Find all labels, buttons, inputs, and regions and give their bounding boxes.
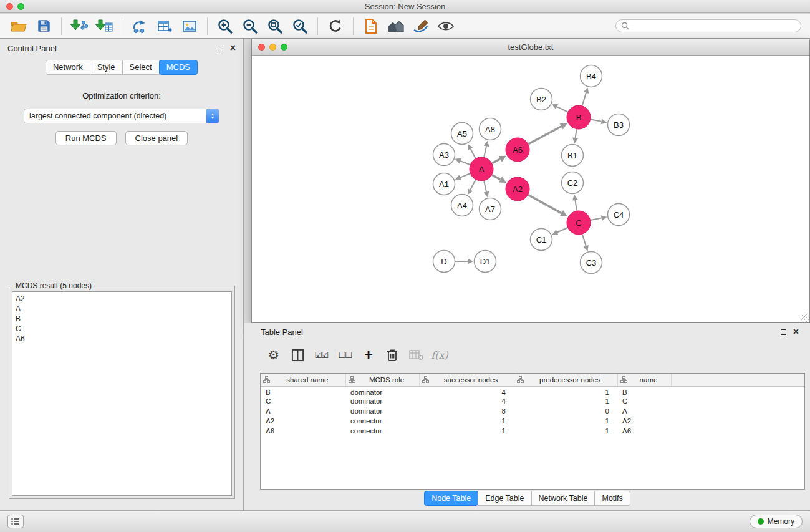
column-header-shared-name[interactable]: shared name	[261, 374, 345, 386]
column-header-mcds-role[interactable]: MCDS role	[345, 374, 419, 386]
zoom-selected-button[interactable]	[289, 16, 311, 36]
search-input[interactable]	[632, 22, 796, 31]
edge-C-C1[interactable]	[552, 228, 567, 235]
criterion-dropdown[interactable]: largest connected component (directed) ▲…	[24, 109, 219, 123]
float-panel-icon[interactable]	[781, 329, 786, 335]
edge-A-A6[interactable]	[492, 156, 506, 163]
node-C[interactable]: C	[567, 211, 591, 235]
tab-mcds[interactable]: MCDS	[159, 60, 198, 75]
network-window-titlebar[interactable]: testGlobe.txt	[252, 39, 809, 56]
export-image-button[interactable]	[178, 16, 201, 36]
zoom-fit-button[interactable]	[264, 16, 286, 36]
node-A8[interactable]: A8	[480, 118, 501, 140]
edge-A-A3[interactable]	[455, 158, 470, 165]
network-canvas[interactable]: B4B2BB3A5A8A6A3B1AA1C2A2A4A7C4CC1DD1C3	[252, 56, 809, 322]
edge-C-C2[interactable]	[572, 195, 578, 211]
zoom-out-button[interactable]	[239, 16, 261, 36]
column-header-successor-nodes[interactable]: successor nodes	[419, 374, 514, 386]
select-all-button[interactable]: ☑☑	[312, 346, 330, 364]
memory-button[interactable]: Memory	[750, 515, 803, 528]
run-mcds-button[interactable]: Run MCDS	[55, 131, 117, 145]
edge-D-D1[interactable]	[455, 259, 473, 264]
node-B3[interactable]: B3	[608, 114, 630, 136]
close-panel-button[interactable]: Close panel	[125, 131, 188, 145]
edge-A6-B[interactable]	[528, 123, 567, 144]
table-row[interactable]: A2connector11A2	[261, 416, 804, 426]
column-header-name[interactable]: name	[617, 374, 671, 386]
edge-A-A5[interactable]	[468, 144, 476, 158]
node-A3[interactable]: A3	[433, 144, 455, 166]
node-D[interactable]: D	[433, 251, 455, 273]
table-settings-button[interactable]: ⚙	[264, 346, 283, 364]
close-panel-icon[interactable]: ×	[230, 44, 236, 52]
zoom-in-button[interactable]	[214, 16, 236, 36]
import-network-button[interactable]	[68, 16, 90, 36]
list-item[interactable]: C	[16, 324, 228, 334]
node-A4[interactable]: A4	[451, 195, 473, 216]
table-row[interactable]: A6connector11A6	[261, 426, 804, 436]
edge-B-B1[interactable]	[572, 129, 578, 143]
node-B1[interactable]: B1	[562, 145, 584, 167]
function-builder-button[interactable]: f(x)	[430, 346, 449, 364]
table-row[interactable]: Adominator80A	[261, 406, 804, 416]
node-A1[interactable]: A1	[433, 173, 455, 195]
task-history-button[interactable]	[7, 515, 24, 528]
zoom-window-button[interactable]	[281, 44, 287, 51]
edge-A-A8[interactable]	[484, 141, 489, 157]
open-file-button[interactable]	[7, 16, 30, 36]
add-row-button[interactable]: +	[359, 346, 378, 364]
import-table-button[interactable]	[93, 16, 115, 36]
apply-style-button[interactable]	[410, 16, 432, 36]
network-graph[interactable]: B4B2BB3A5A8A6A3B1AA1C2A2A4A7C4CC1DD1C3	[252, 56, 809, 322]
mcds-result-list[interactable]: A2ABCA6	[12, 291, 232, 496]
close-window-button[interactable]	[258, 44, 265, 51]
node-A[interactable]: A	[470, 157, 493, 181]
delete-row-button[interactable]	[383, 346, 402, 364]
edge-A-A4[interactable]	[468, 180, 476, 195]
edge-B-B3[interactable]	[591, 118, 607, 124]
edge-B-B2[interactable]	[552, 104, 567, 112]
delete-table-button[interactable]	[407, 346, 425, 364]
table-row[interactable]: Cdominator41C	[261, 396, 804, 406]
export-network-button[interactable]	[128, 16, 151, 36]
open-document-button[interactable]	[360, 16, 382, 36]
node-D1[interactable]: D1	[475, 251, 496, 273]
node-table[interactable]: shared nameMCDS rolesuccessor nodesprede…	[260, 373, 805, 490]
show-hide-details-button[interactable]	[435, 16, 457, 36]
minimize-window-button[interactable]	[269, 44, 276, 51]
tab-style[interactable]: Style	[90, 60, 123, 75]
edge-C-C4[interactable]	[591, 215, 607, 221]
list-item[interactable]: A2	[16, 294, 228, 304]
float-panel-icon[interactable]	[218, 46, 223, 51]
first-neighbors-button[interactable]	[385, 16, 407, 36]
show-columns-button[interactable]	[288, 346, 307, 364]
edge-A-A7[interactable]	[484, 181, 489, 197]
deselect-all-button[interactable]: ☐☐	[335, 346, 354, 364]
tab-motifs[interactable]: Motifs	[594, 491, 630, 506]
tab-network-table[interactable]: Network Table	[531, 491, 595, 506]
close-window-button[interactable]	[6, 3, 13, 10]
apply-layout-button[interactable]	[324, 16, 347, 36]
list-item[interactable]: A	[16, 304, 228, 314]
list-item[interactable]: A6	[16, 334, 228, 344]
node-C4[interactable]: C4	[608, 204, 630, 226]
tab-network[interactable]: Network	[46, 60, 90, 75]
node-B2[interactable]: B2	[531, 89, 552, 110]
node-A2[interactable]: A2	[506, 177, 529, 201]
node-C2[interactable]: C2	[562, 172, 584, 194]
node-A7[interactable]: A7	[480, 198, 501, 220]
list-item[interactable]: B	[16, 314, 228, 324]
node-C1[interactable]: C1	[531, 229, 552, 251]
edge-A-A2[interactable]	[492, 175, 506, 183]
edge-A-A1[interactable]	[455, 173, 470, 180]
node-A5[interactable]: A5	[451, 123, 473, 145]
search-box[interactable]	[615, 19, 801, 32]
tab-edge-table[interactable]: Edge Table	[478, 491, 531, 506]
node-B[interactable]: B	[567, 105, 591, 129]
edge-B-B4[interactable]	[582, 87, 589, 105]
tab-node-table[interactable]: Node Table	[424, 491, 478, 506]
column-header-predecessor-nodes[interactable]: predecessor nodes	[514, 374, 617, 386]
edge-C-C3[interactable]	[582, 235, 589, 251]
tab-select[interactable]: Select	[122, 60, 160, 75]
node-A6[interactable]: A6	[506, 138, 529, 162]
